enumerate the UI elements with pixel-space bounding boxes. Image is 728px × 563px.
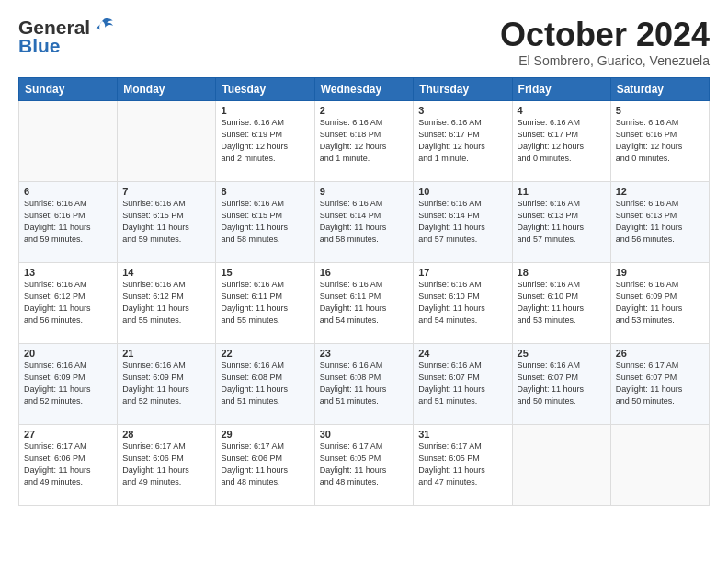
- calendar-day-cell: 23Sunrise: 6:16 AMSunset: 6:08 PMDayligh…: [314, 343, 414, 424]
- day-number: 3: [418, 105, 506, 116]
- calendar-day-cell: [19, 100, 118, 181]
- day-number: 11: [518, 186, 606, 197]
- col-tuesday: Tuesday: [216, 77, 314, 100]
- calendar-day-cell: 18Sunrise: 6:16 AMSunset: 6:10 PMDayligh…: [512, 262, 610, 343]
- day-number: 9: [320, 186, 409, 197]
- day-number: 15: [221, 267, 309, 278]
- day-number: 21: [122, 348, 210, 359]
- day-number: 25: [518, 348, 606, 359]
- day-info: Sunrise: 6:16 AMSunset: 6:09 PMDaylight:…: [122, 360, 210, 408]
- col-saturday: Saturday: [610, 77, 709, 100]
- calendar-day-cell: 5Sunrise: 6:16 AMSunset: 6:16 PMDaylight…: [610, 100, 709, 181]
- header: General Blue October 2024 El Sombrero, G…: [18, 17, 710, 68]
- month-title: October 2024: [500, 17, 710, 53]
- day-number: 6: [24, 186, 112, 197]
- day-info: Sunrise: 6:16 AMSunset: 6:12 PMDaylight:…: [122, 279, 210, 327]
- calendar-day-cell: 16Sunrise: 6:16 AMSunset: 6:11 PMDayligh…: [314, 262, 414, 343]
- day-info: Sunrise: 6:16 AMSunset: 6:15 PMDaylight:…: [221, 198, 309, 246]
- logo-bird-icon: [93, 17, 115, 38]
- calendar-day-cell: 22Sunrise: 6:16 AMSunset: 6:08 PMDayligh…: [216, 343, 314, 424]
- day-info: Sunrise: 6:17 AMSunset: 6:06 PMDaylight:…: [122, 441, 210, 488]
- day-number: 20: [24, 348, 112, 359]
- day-number: 8: [221, 186, 309, 197]
- calendar-day-cell: 3Sunrise: 6:16 AMSunset: 6:17 PMDaylight…: [414, 100, 512, 181]
- day-info: Sunrise: 6:16 AMSunset: 6:15 PMDaylight:…: [122, 198, 210, 246]
- calendar-week-row: 20Sunrise: 6:16 AMSunset: 6:09 PMDayligh…: [19, 343, 710, 424]
- calendar-day-cell: 12Sunrise: 6:16 AMSunset: 6:13 PMDayligh…: [610, 181, 709, 262]
- calendar-week-row: 13Sunrise: 6:16 AMSunset: 6:12 PMDayligh…: [19, 262, 710, 343]
- day-info: Sunrise: 6:16 AMSunset: 6:11 PMDaylight:…: [221, 279, 309, 327]
- day-number: 19: [616, 267, 704, 278]
- calendar-day-cell: 24Sunrise: 6:16 AMSunset: 6:07 PMDayligh…: [414, 343, 512, 424]
- day-number: 14: [122, 267, 210, 278]
- page: General Blue October 2024 El Sombrero, G…: [0, 0, 728, 515]
- calendar-day-cell: [610, 424, 709, 505]
- calendar-day-cell: 10Sunrise: 6:16 AMSunset: 6:14 PMDayligh…: [414, 181, 512, 262]
- day-info: Sunrise: 6:16 AMSunset: 6:08 PMDaylight:…: [221, 360, 309, 408]
- day-number: 27: [24, 429, 112, 440]
- calendar-day-cell: 15Sunrise: 6:16 AMSunset: 6:11 PMDayligh…: [216, 262, 314, 343]
- day-number: 10: [418, 186, 506, 197]
- col-wednesday: Wednesday: [314, 77, 414, 100]
- col-sunday: Sunday: [19, 77, 118, 100]
- day-number: 31: [418, 429, 506, 440]
- calendar-day-cell: 14Sunrise: 6:16 AMSunset: 6:12 PMDayligh…: [118, 262, 216, 343]
- calendar-day-cell: 17Sunrise: 6:16 AMSunset: 6:10 PMDayligh…: [414, 262, 512, 343]
- calendar-day-cell: 20Sunrise: 6:16 AMSunset: 6:09 PMDayligh…: [19, 343, 118, 424]
- calendar-week-row: 6Sunrise: 6:16 AMSunset: 6:16 PMDaylight…: [19, 181, 710, 262]
- calendar-day-cell: 4Sunrise: 6:16 AMSunset: 6:17 PMDaylight…: [512, 100, 610, 181]
- logo: General Blue: [18, 17, 115, 57]
- col-monday: Monday: [118, 77, 216, 100]
- day-info: Sunrise: 6:16 AMSunset: 6:12 PMDaylight:…: [24, 279, 112, 327]
- day-info: Sunrise: 6:17 AMSunset: 6:05 PMDaylight:…: [418, 441, 506, 488]
- calendar-day-cell: 21Sunrise: 6:16 AMSunset: 6:09 PMDayligh…: [118, 343, 216, 424]
- calendar-day-cell: [512, 424, 610, 505]
- day-info: Sunrise: 6:16 AMSunset: 6:16 PMDaylight:…: [616, 117, 704, 165]
- calendar-day-cell: 6Sunrise: 6:16 AMSunset: 6:16 PMDaylight…: [19, 181, 118, 262]
- day-number: 28: [122, 429, 210, 440]
- calendar-day-cell: 26Sunrise: 6:17 AMSunset: 6:07 PMDayligh…: [610, 343, 709, 424]
- day-number: 1: [221, 105, 309, 116]
- location-subtitle: El Sombrero, Guarico, Venezuela: [500, 53, 710, 68]
- calendar-day-cell: 2Sunrise: 6:16 AMSunset: 6:18 PMDaylight…: [314, 100, 414, 181]
- day-number: 26: [616, 348, 704, 359]
- calendar-day-cell: 25Sunrise: 6:16 AMSunset: 6:07 PMDayligh…: [512, 343, 610, 424]
- calendar-week-row: 27Sunrise: 6:17 AMSunset: 6:06 PMDayligh…: [19, 424, 710, 505]
- day-info: Sunrise: 6:16 AMSunset: 6:17 PMDaylight:…: [518, 117, 606, 165]
- day-info: Sunrise: 6:16 AMSunset: 6:13 PMDaylight:…: [616, 198, 704, 246]
- calendar-day-cell: 9Sunrise: 6:16 AMSunset: 6:14 PMDaylight…: [314, 181, 414, 262]
- calendar-day-cell: 28Sunrise: 6:17 AMSunset: 6:06 PMDayligh…: [118, 424, 216, 505]
- day-info: Sunrise: 6:16 AMSunset: 6:08 PMDaylight:…: [320, 360, 409, 408]
- day-number: 22: [221, 348, 309, 359]
- day-number: 4: [518, 105, 606, 116]
- day-number: 17: [418, 267, 506, 278]
- col-thursday: Thursday: [414, 77, 512, 100]
- day-number: 5: [616, 105, 704, 116]
- day-number: 24: [418, 348, 506, 359]
- day-info: Sunrise: 6:16 AMSunset: 6:10 PMDaylight:…: [518, 279, 606, 327]
- calendar-header-row: Sunday Monday Tuesday Wednesday Thursday…: [19, 77, 710, 100]
- day-number: 12: [616, 186, 704, 197]
- calendar-day-cell: [118, 100, 216, 181]
- day-info: Sunrise: 6:16 AMSunset: 6:17 PMDaylight:…: [418, 117, 506, 165]
- day-number: 29: [221, 429, 309, 440]
- day-info: Sunrise: 6:16 AMSunset: 6:10 PMDaylight:…: [418, 279, 506, 327]
- calendar-day-cell: 13Sunrise: 6:16 AMSunset: 6:12 PMDayligh…: [19, 262, 118, 343]
- title-block: October 2024 El Sombrero, Guarico, Venez…: [500, 17, 710, 68]
- calendar-day-cell: 8Sunrise: 6:16 AMSunset: 6:15 PMDaylight…: [216, 181, 314, 262]
- day-info: Sunrise: 6:16 AMSunset: 6:19 PMDaylight:…: [221, 117, 309, 165]
- calendar-day-cell: 31Sunrise: 6:17 AMSunset: 6:05 PMDayligh…: [414, 424, 512, 505]
- day-number: 7: [122, 186, 210, 197]
- calendar-day-cell: 11Sunrise: 6:16 AMSunset: 6:13 PMDayligh…: [512, 181, 610, 262]
- day-info: Sunrise: 6:16 AMSunset: 6:07 PMDaylight:…: [518, 360, 606, 408]
- calendar-day-cell: 30Sunrise: 6:17 AMSunset: 6:05 PMDayligh…: [314, 424, 414, 505]
- day-info: Sunrise: 6:16 AMSunset: 6:18 PMDaylight:…: [320, 117, 409, 165]
- calendar-day-cell: 29Sunrise: 6:17 AMSunset: 6:06 PMDayligh…: [216, 424, 314, 505]
- day-info: Sunrise: 6:16 AMSunset: 6:14 PMDaylight:…: [320, 198, 409, 246]
- day-info: Sunrise: 6:16 AMSunset: 6:14 PMDaylight:…: [418, 198, 506, 246]
- day-info: Sunrise: 6:16 AMSunset: 6:16 PMDaylight:…: [24, 198, 112, 246]
- calendar-day-cell: 19Sunrise: 6:16 AMSunset: 6:09 PMDayligh…: [610, 262, 709, 343]
- day-info: Sunrise: 6:16 AMSunset: 6:11 PMDaylight:…: [320, 279, 409, 327]
- day-info: Sunrise: 6:16 AMSunset: 6:13 PMDaylight:…: [518, 198, 606, 246]
- day-number: 23: [320, 348, 409, 359]
